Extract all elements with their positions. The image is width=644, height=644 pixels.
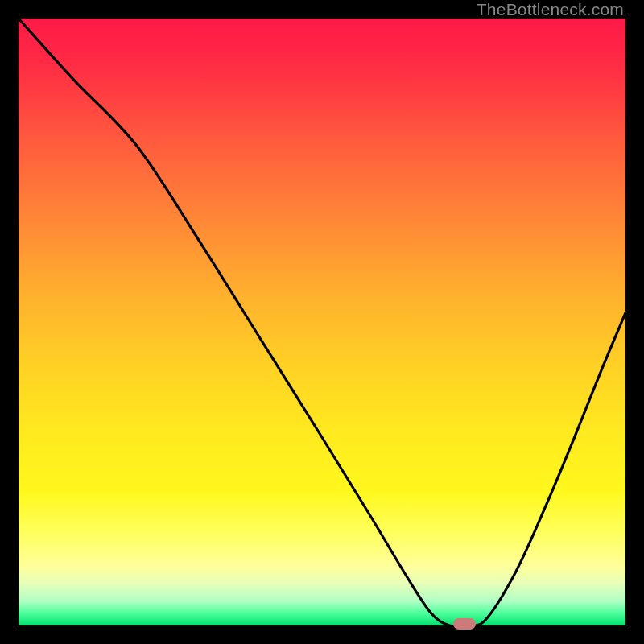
watermark-text: TheBottleneck.com: [477, 0, 624, 19]
chart-frame: TheBottleneck.com: [0, 0, 644, 644]
plot-area: [19, 19, 625, 625]
optimal-marker: [453, 618, 476, 630]
bottleneck-curve: [19, 19, 625, 625]
